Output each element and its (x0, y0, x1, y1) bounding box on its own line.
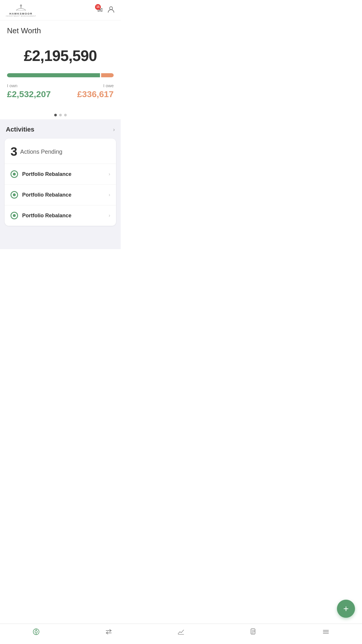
owe-value: £336,617 (77, 89, 114, 99)
owe-label: I owe (103, 83, 114, 88)
notification-badge: 15 (95, 4, 101, 10)
dot-2 (59, 114, 62, 116)
activities-card: 3 Actions Pending Portfolio Rebalance › … (5, 139, 116, 226)
activity-chevron-icon-3: › (109, 213, 110, 218)
activity-name-3: Portfolio Rebalance (22, 213, 71, 219)
page-indicator (0, 108, 121, 119)
activity-status-icon-3 (10, 212, 18, 219)
own-label: I own (7, 83, 51, 88)
activity-chevron-icon-2: › (109, 192, 110, 197)
activity-name-2: Portfolio Rebalance (22, 192, 71, 198)
activities-section: Activities › 3 Actions Pending Portfolio… (0, 119, 121, 249)
activities-header[interactable]: Activities › (0, 119, 121, 139)
logo: HAWKSMOOR INVESTMENT MANAGEMENT (6, 4, 36, 17)
dot-3 (64, 114, 67, 116)
activity-left-3: Portfolio Rebalance (10, 212, 71, 219)
actions-label: Actions Pending (20, 148, 62, 155)
svg-rect-1 (20, 6, 21, 8)
own-value: £2,532,207 (7, 89, 51, 99)
activities-title: Activities (6, 126, 34, 133)
activity-status-icon-2 (10, 191, 18, 199)
net-worth-section: Net Worth £2,195,590 I own £2,532,207 I … (0, 20, 121, 108)
actions-count: 3 (10, 146, 17, 158)
logo-name: HAWKSMOOR (9, 12, 33, 15)
net-worth-value: £2,195,590 (7, 47, 114, 64)
actions-pending-row: 3 Actions Pending (5, 139, 116, 164)
profile-icon[interactable] (107, 6, 115, 15)
own-section: I own £2,532,207 (7, 83, 51, 99)
activity-item-2[interactable]: Portfolio Rebalance › (5, 185, 116, 205)
activities-chevron-icon: › (113, 127, 115, 133)
activity-chevron-icon-1: › (109, 172, 110, 177)
activity-left-2: Portfolio Rebalance (10, 191, 71, 199)
activity-name-1: Portfolio Rebalance (22, 171, 71, 177)
page-title: Net Worth (7, 26, 114, 35)
logo-image (14, 4, 28, 12)
owe-bar (101, 73, 114, 77)
activity-item-3[interactable]: Portfolio Rebalance › (5, 205, 116, 226)
own-bar (7, 73, 100, 77)
app-header: HAWKSMOOR INVESTMENT MANAGEMENT 15 ✉ (0, 0, 121, 20)
activity-status-icon-1 (10, 170, 18, 178)
notification-area[interactable]: 15 ✉ (97, 6, 103, 14)
dot-1 (54, 114, 57, 116)
own-owe-row: I own £2,532,207 I owe £336,617 (7, 83, 114, 99)
activity-left-1: Portfolio Rebalance (10, 170, 71, 178)
header-actions: 15 ✉ (97, 6, 115, 15)
logo-subtitle: INVESTMENT MANAGEMENT (6, 15, 36, 17)
activity-item-1[interactable]: Portfolio Rebalance › (5, 164, 116, 185)
svg-point-3 (110, 7, 113, 10)
net-worth-bar (7, 73, 114, 77)
owe-section: I owe £336,617 (77, 83, 114, 99)
